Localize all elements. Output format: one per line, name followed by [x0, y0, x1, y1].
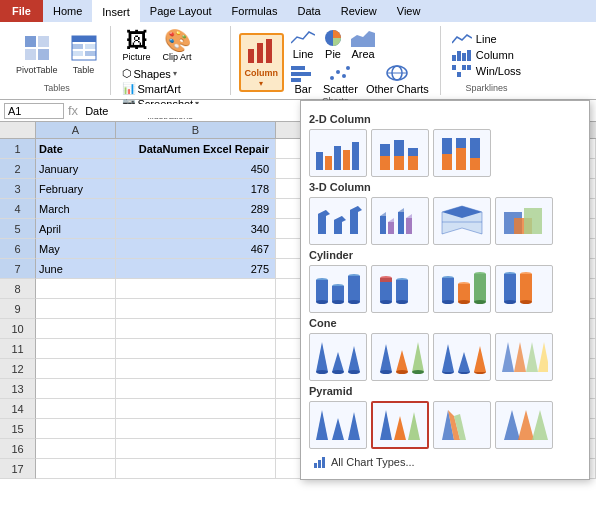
row-header[interactable]: 16: [0, 439, 36, 459]
row-header[interactable]: 3: [0, 179, 36, 199]
col-header-b[interactable]: B: [116, 122, 276, 138]
pivot-table-button[interactable]: PivotTable: [12, 32, 62, 78]
3d-column-1[interactable]: [309, 197, 367, 245]
cell-b14[interactable]: [116, 399, 276, 419]
cell-b12[interactable]: [116, 359, 276, 379]
cone-1[interactable]: [309, 333, 367, 381]
cell-a2[interactable]: January: [36, 159, 116, 179]
cell-a1[interactable]: Date: [36, 139, 116, 159]
cell-a10[interactable]: [36, 319, 116, 339]
cell-b7[interactable]: 275: [116, 259, 276, 279]
row-header[interactable]: 13: [0, 379, 36, 399]
sparkline-winloss-button[interactable]: Win/Loss: [449, 64, 524, 78]
tab-page-layout[interactable]: Page Layout: [140, 0, 222, 22]
row-header[interactable]: 15: [0, 419, 36, 439]
cylinder-4[interactable]: [495, 265, 553, 313]
pyramid-1[interactable]: [309, 401, 367, 449]
row-header[interactable]: 5: [0, 219, 36, 239]
row-header[interactable]: 10: [0, 319, 36, 339]
pyramid-3[interactable]: [433, 401, 491, 449]
pie-chart-button[interactable]: Pie: [320, 28, 346, 61]
cell-a6[interactable]: May: [36, 239, 116, 259]
all-chart-types-link[interactable]: All Chart Types...: [309, 453, 581, 471]
row-header[interactable]: 6: [0, 239, 36, 259]
row-header[interactable]: 4: [0, 199, 36, 219]
other-charts-button[interactable]: Other Charts: [363, 63, 432, 96]
line-chart-button[interactable]: Line: [288, 28, 318, 61]
cell-a12[interactable]: [36, 359, 116, 379]
cell-a8[interactable]: [36, 279, 116, 299]
cell-a15[interactable]: [36, 419, 116, 439]
row-header[interactable]: 8: [0, 279, 36, 299]
svg-rect-42: [408, 148, 418, 156]
svg-rect-64: [398, 212, 404, 234]
3d-column-4[interactable]: [495, 197, 553, 245]
cell-b9[interactable]: [116, 299, 276, 319]
name-box[interactable]: [4, 103, 64, 119]
cell-b1[interactable]: DataNumen Excel Repair: [116, 139, 276, 159]
clipart-button[interactable]: 🎨 Clip Art: [159, 28, 196, 64]
row-header[interactable]: 7: [0, 259, 36, 279]
bar-chart-button[interactable]: Bar: [288, 63, 318, 96]
3d-column-3[interactable]: [433, 197, 491, 245]
column-chart-button[interactable]: Column ▾: [239, 33, 285, 92]
2d-clustered-column[interactable]: [309, 129, 367, 177]
cell-b13[interactable]: [116, 379, 276, 399]
row-header[interactable]: 2: [0, 159, 36, 179]
table-button[interactable]: Table: [66, 32, 102, 78]
row-header[interactable]: 9: [0, 299, 36, 319]
tab-insert[interactable]: Insert: [92, 0, 140, 22]
cell-b17[interactable]: [116, 459, 276, 479]
cell-b3[interactable]: 178: [116, 179, 276, 199]
cell-a7[interactable]: June: [36, 259, 116, 279]
2d-stacked-column[interactable]: [371, 129, 429, 177]
cell-b10[interactable]: [116, 319, 276, 339]
cylinder-1[interactable]: [309, 265, 367, 313]
sparkline-column-button[interactable]: Column: [449, 48, 517, 62]
cell-b8[interactable]: [116, 279, 276, 299]
3d-column-2[interactable]: [371, 197, 429, 245]
tab-file[interactable]: File: [0, 0, 43, 22]
row-header[interactable]: 1: [0, 139, 36, 159]
cell-a4[interactable]: March: [36, 199, 116, 219]
cell-a17[interactable]: [36, 459, 116, 479]
cell-b11[interactable]: [116, 339, 276, 359]
cell-b5[interactable]: 340: [116, 219, 276, 239]
smartart-button[interactable]: 📊 SmartArt: [119, 81, 184, 96]
cell-a3[interactable]: February: [36, 179, 116, 199]
cell-a14[interactable]: [36, 399, 116, 419]
row-header[interactable]: 14: [0, 399, 36, 419]
cell-b6[interactable]: 467: [116, 239, 276, 259]
cylinder-3[interactable]: [433, 265, 491, 313]
cell-a11[interactable]: [36, 339, 116, 359]
cone-3[interactable]: [433, 333, 491, 381]
col-header-a[interactable]: A: [36, 122, 116, 138]
pyramid-4[interactable]: [495, 401, 553, 449]
cell-b15[interactable]: [116, 419, 276, 439]
sparkline-line-button[interactable]: Line: [449, 32, 500, 46]
cell-a9[interactable]: [36, 299, 116, 319]
cell-a5[interactable]: April: [36, 219, 116, 239]
cone-2[interactable]: [371, 333, 429, 381]
cell-b4[interactable]: 289: [116, 199, 276, 219]
cell-a16[interactable]: [36, 439, 116, 459]
tab-data[interactable]: Data: [287, 0, 330, 22]
shapes-button[interactable]: ⬡ Shapes ▾: [119, 66, 180, 81]
picture-button[interactable]: 🖼 Picture: [119, 28, 155, 64]
tab-formulas[interactable]: Formulas: [222, 0, 288, 22]
cell-b16[interactable]: [116, 439, 276, 459]
pyramid-2-selected[interactable]: [371, 401, 429, 449]
row-header[interactable]: 11: [0, 339, 36, 359]
2d-100pct-stacked-column[interactable]: [433, 129, 491, 177]
cone-4[interactable]: [495, 333, 553, 381]
area-chart-button[interactable]: Area: [348, 28, 378, 61]
row-header[interactable]: 17: [0, 459, 36, 479]
row-header[interactable]: 12: [0, 359, 36, 379]
cell-a13[interactable]: [36, 379, 116, 399]
cylinder-2[interactable]: [371, 265, 429, 313]
tab-home[interactable]: Home: [43, 0, 92, 22]
tab-view[interactable]: View: [387, 0, 431, 22]
cell-b2[interactable]: 450: [116, 159, 276, 179]
scatter-chart-button[interactable]: Scatter: [320, 63, 361, 96]
tab-review[interactable]: Review: [331, 0, 387, 22]
